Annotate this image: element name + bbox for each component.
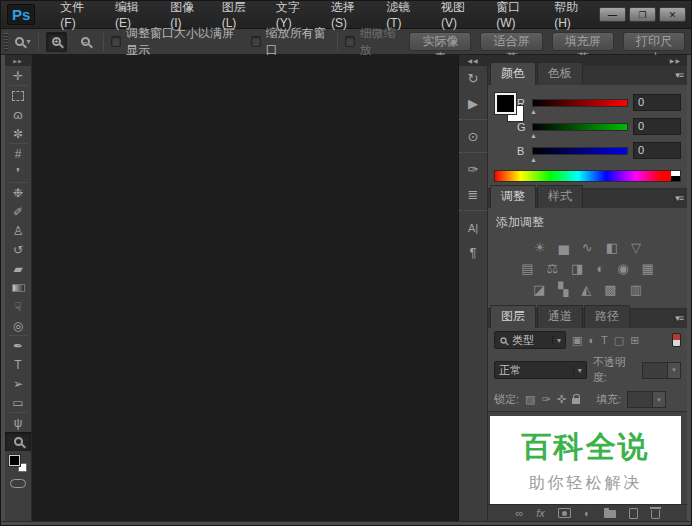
selective-color-icon[interactable]: ▩ [604, 282, 616, 297]
zoom-in-button[interactable]: + [46, 32, 68, 52]
tool-pen[interactable]: ✒ [5, 336, 31, 355]
canvas-workspace[interactable] [32, 55, 459, 521]
filter-pixel-layers-icon[interactable]: ▣ [572, 334, 582, 347]
tool-type[interactable]: T [5, 355, 31, 374]
zoom-out-button[interactable]: – [74, 32, 96, 52]
menu-window[interactable]: 窗口(W) [485, 0, 543, 34]
new-layer-icon[interactable] [629, 508, 638, 519]
invert-icon[interactable]: ◪ [533, 282, 545, 297]
slider-handle-icon[interactable]: ▲ [530, 156, 537, 163]
close-button[interactable]: ✕ [659, 7, 686, 22]
maximize-button[interactable]: ❐ [629, 7, 656, 22]
photo-filter-icon[interactable]: ◐ [596, 261, 604, 276]
print-size-button[interactable]: 打印尺寸 [623, 32, 685, 51]
character-panel-button[interactable]: A| [459, 215, 487, 240]
new-group-icon[interactable] [604, 508, 616, 518]
checkbox-icon[interactable] [251, 36, 261, 47]
brush-panel-button[interactable]: ✑ [459, 157, 487, 182]
opacity-dropdown[interactable]: ▾ [642, 362, 681, 379]
tab-styles[interactable]: 样式 [537, 185, 583, 208]
posterize-icon[interactable]: ▚ [558, 282, 568, 297]
tab-layers[interactable]: 图层 [490, 305, 536, 328]
blue-value-field[interactable]: 0 [633, 142, 681, 159]
add-layer-mask-icon[interactable] [558, 508, 571, 518]
gradient-map-icon[interactable]: ▥ [630, 282, 642, 297]
fill-value[interactable] [627, 391, 653, 408]
blue-slider[interactable]: ▲ [532, 147, 628, 155]
tab-channels[interactable]: 通道 [537, 305, 583, 328]
chevron-down-icon[interactable]: ▾ [668, 362, 681, 379]
zoom-all-windows-checkbox[interactable]: 缩放所有窗口 [251, 25, 330, 59]
tool-preset-picker[interactable]: ▾ [15, 37, 31, 46]
fit-screen-button[interactable]: 适合屏幕 [480, 32, 542, 51]
panel-menu-icon[interactable]: ▾≡ [675, 193, 683, 203]
tool-eraser[interactable]: ▰ [5, 259, 31, 278]
fill-screen-button[interactable]: 填充屏幕 [552, 32, 614, 51]
panel-menu-icon[interactable]: ▾≡ [675, 313, 683, 323]
tool-hand[interactable]: ψ [5, 413, 31, 432]
fill-dropdown[interactable]: ▾ [627, 391, 666, 408]
threshold-icon[interactable]: ◭ [581, 282, 591, 297]
tool-crop[interactable]: # [5, 144, 31, 163]
black-white-icon[interactable]: ◨ [571, 261, 583, 276]
foreground-color-swatch[interactable] [495, 93, 516, 114]
color-swatches[interactable] [494, 92, 517, 134]
brightness-contrast-icon[interactable]: ☀ [534, 240, 546, 255]
tool-rectangle[interactable]: ▭ [5, 393, 31, 412]
actions-panel-button[interactable]: ▶ [459, 91, 487, 116]
filter-type-dropdown[interactable]: 类型 ▾ [494, 331, 566, 349]
red-value-field[interactable]: 0 [633, 94, 681, 111]
layer-style-fx-icon[interactable]: fx [536, 507, 545, 519]
blend-mode-dropdown[interactable]: 正常 ▾ [494, 361, 587, 379]
tool-magic-wand[interactable]: ✼ [5, 124, 31, 143]
channel-mixer-icon[interactable]: ◉ [617, 261, 628, 276]
color-lookup-icon[interactable]: ▦ [642, 261, 654, 276]
tool-brush[interactable]: ✐ [5, 202, 31, 221]
tool-move[interactable]: ✛ [5, 66, 31, 85]
options-grip[interactable] [4, 33, 8, 51]
tool-history-brush[interactable]: ↺ [5, 240, 31, 259]
tab-color[interactable]: 颜色 [490, 62, 536, 85]
filter-type-layers-icon[interactable]: T [601, 334, 608, 346]
quick-mask-button[interactable] [10, 479, 26, 488]
red-slider[interactable]: ▲ [532, 99, 628, 107]
tab-adjustments[interactable]: 调整 [490, 185, 536, 208]
dock-expand-button[interactable]: ◀◀ [459, 55, 487, 66]
tab-swatches[interactable]: 色板 [537, 62, 583, 85]
menu-file[interactable]: 文件(F) [49, 0, 104, 34]
tool-smudge[interactable]: ☟ [5, 297, 31, 316]
filter-smart-objects-icon[interactable]: ⊞ [630, 334, 639, 347]
checkbox-icon[interactable] [345, 36, 355, 47]
tool-marquee[interactable] [5, 86, 31, 105]
tab-paths[interactable]: 路径 [584, 305, 630, 328]
tool-spot-healing[interactable]: ❉ [5, 183, 31, 202]
lock-position-icon[interactable]: ✜ [557, 393, 566, 406]
green-slider[interactable]: ▲ [532, 123, 628, 131]
vibrance-icon[interactable]: ▽ [631, 240, 641, 255]
color-spectrum-ramp[interactable] [494, 170, 681, 182]
slider-handle-icon[interactable]: ▲ [530, 108, 537, 115]
delete-layer-icon[interactable] [651, 507, 660, 519]
lock-all-icon[interactable] [572, 398, 580, 404]
tool-dodge[interactable]: ◎ [5, 316, 31, 335]
panel-menu-icon[interactable]: ▾≡ [675, 70, 683, 80]
clone-source-panel-button[interactable]: ⊙ [459, 124, 487, 149]
curves-icon[interactable]: ∿ [582, 240, 593, 255]
filter-adjustment-layers-icon[interactable]: ◐ [588, 334, 595, 346]
lock-transparency-icon[interactable]: ▨ [525, 393, 535, 406]
resize-window-checkbox[interactable]: 调整窗口大小以满屏显示 [111, 25, 244, 59]
layer-list[interactable]: 百科全说 助你轻松解决 [488, 411, 687, 504]
foreground-background-swatches[interactable] [9, 455, 27, 472]
minimize-button[interactable]: — [599, 7, 626, 22]
slider-handle-icon[interactable]: ▲ [530, 132, 537, 139]
color-balance-icon[interactable]: ⚖ [546, 261, 558, 276]
actual-pixels-button[interactable]: 实际像素 [409, 32, 471, 51]
opacity-value[interactable] [642, 362, 668, 379]
tool-zoom[interactable] [5, 432, 31, 451]
tool-gradient[interactable] [5, 278, 31, 297]
link-layers-icon[interactable]: ∞ [515, 507, 523, 519]
tools-panel-collapse[interactable]: ▶▶ [5, 55, 31, 66]
exposure-icon[interactable]: ◧ [606, 240, 618, 255]
levels-icon[interactable]: ▅ [559, 240, 569, 255]
menu-view[interactable]: 视图(V) [430, 0, 485, 34]
